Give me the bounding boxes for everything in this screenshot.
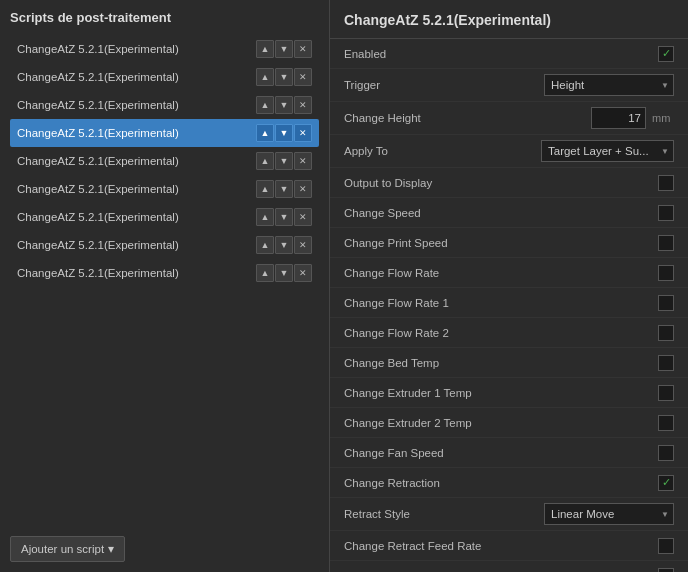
setting-row: Change Fan Speed [330,438,688,468]
move-up-button[interactable]: ▲ [256,208,274,226]
move-down-button[interactable]: ▼ [275,180,293,198]
move-down-button[interactable]: ▼ [275,68,293,86]
move-up-button[interactable]: ▲ [256,96,274,114]
script-item[interactable]: ChangeAtZ 5.2.1(Experimental)▲▼✕ [10,63,319,91]
number-input-change-height[interactable] [591,107,646,129]
setting-control [658,415,674,431]
script-item-label: ChangeAtZ 5.2.1(Experimental) [17,183,256,195]
setting-control [658,445,674,461]
script-item-controls: ▲▼✕ [256,208,312,226]
script-item-label: ChangeAtZ 5.2.1(Experimental) [17,239,256,251]
script-item[interactable]: ChangeAtZ 5.2.1(Experimental)▲▼✕ [10,91,319,119]
setting-label: Change Extruder 1 Temp [344,387,658,399]
move-up-button[interactable]: ▲ [256,180,274,198]
setting-row: Change Bed Temp [330,348,688,378]
setting-control [658,385,674,401]
move-down-button[interactable]: ▼ [275,40,293,58]
remove-button[interactable]: ✕ [294,124,312,142]
move-down-button[interactable]: ▼ [275,96,293,114]
setting-label: Change Fan Speed [344,447,658,459]
checkbox-change-flow-rate-1[interactable] [658,295,674,311]
remove-button[interactable]: ✕ [294,264,312,282]
remove-button[interactable]: ✕ [294,152,312,170]
move-down-button[interactable]: ▼ [275,152,293,170]
remove-button[interactable]: ✕ [294,96,312,114]
setting-control [658,538,674,554]
right-panel: ChangeAtZ 5.2.1(Experimental) EnabledTri… [330,0,688,572]
setting-control: Target Layer + Su...Target Layer Only [541,140,674,162]
move-up-button[interactable]: ▲ [256,264,274,282]
setting-label: Change Extruder 2 Temp [344,417,658,429]
checkbox-change-fan-speed[interactable] [658,445,674,461]
right-panel-title: ChangeAtZ 5.2.1(Experimental) [330,0,688,39]
script-item-label: ChangeAtZ 5.2.1(Experimental) [17,267,256,279]
setting-row: Change Flow Rate [330,258,688,288]
script-item[interactable]: ChangeAtZ 5.2.1(Experimental)▲▼✕ [10,35,319,63]
setting-label: Change Height [344,112,591,124]
checkbox-change-retract-feed-rate[interactable] [658,538,674,554]
checkbox-enabled[interactable] [658,46,674,62]
script-item[interactable]: ChangeAtZ 5.2.1(Experimental)▲▼✕ [10,119,319,147]
dropdown-retract-style[interactable]: Linear MoveFirmware [544,503,674,525]
checkbox-change-print-speed[interactable] [658,235,674,251]
setting-row: Change Extruder 2 Temp [330,408,688,438]
script-item[interactable]: ChangeAtZ 5.2.1(Experimental)▲▼✕ [10,259,319,287]
setting-row: Change Speed [330,198,688,228]
script-item[interactable]: ChangeAtZ 5.2.1(Experimental)▲▼✕ [10,203,319,231]
setting-control: mm [591,107,674,129]
checkbox-change-retraction[interactable] [658,475,674,491]
move-up-button[interactable]: ▲ [256,236,274,254]
checkbox-change-flow-rate-2[interactable] [658,325,674,341]
move-down-button[interactable]: ▼ [275,124,293,142]
remove-button[interactable]: ✕ [294,208,312,226]
remove-button[interactable]: ✕ [294,180,312,198]
dropdown-trigger[interactable]: HeightLayer [544,74,674,96]
remove-button[interactable]: ✕ [294,40,312,58]
script-item-controls: ▲▼✕ [256,236,312,254]
left-panel-title: Scripts de post-traitement [10,10,319,25]
dropdown-wrapper: Target Layer + Su...Target Layer Only [541,140,674,162]
move-up-button[interactable]: ▲ [256,124,274,142]
settings-scroll: EnabledTriggerHeightLayerChange Heightmm… [330,39,688,572]
setting-control [658,205,674,221]
setting-label: Change Flow Rate [344,267,658,279]
setting-control [658,175,674,191]
move-down-button[interactable]: ▼ [275,208,293,226]
setting-control [658,46,674,62]
script-item-controls: ▲▼✕ [256,40,312,58]
checkbox-output-to-display[interactable] [658,175,674,191]
script-item-label: ChangeAtZ 5.2.1(Experimental) [17,211,256,223]
setting-row: Change Print Speed [330,228,688,258]
dropdown-wrapper: Linear MoveFirmware [544,503,674,525]
move-up-button[interactable]: ▲ [256,152,274,170]
script-item[interactable]: ChangeAtZ 5.2.1(Experimental)▲▼✕ [10,175,319,203]
remove-button[interactable]: ✕ [294,236,312,254]
move-down-button[interactable]: ▼ [275,264,293,282]
move-up-button[interactable]: ▲ [256,40,274,58]
move-up-button[interactable]: ▲ [256,68,274,86]
setting-control [658,265,674,281]
add-script-button[interactable]: Ajouter un script ▾ [10,536,125,562]
setting-row: TriggerHeightLayer [330,69,688,102]
checkbox-change-extruder-2-temp[interactable] [658,415,674,431]
setting-control [658,475,674,491]
dropdown-apply-to[interactable]: Target Layer + Su...Target Layer Only [541,140,674,162]
script-item[interactable]: ChangeAtZ 5.2.1(Experimental)▲▼✕ [10,147,319,175]
setting-control: HeightLayer [544,74,674,96]
remove-button[interactable]: ✕ [294,68,312,86]
script-item[interactable]: ChangeAtZ 5.2.1(Experimental)▲▼✕ [10,231,319,259]
setting-row: Change Heightmm [330,102,688,135]
script-item-label: ChangeAtZ 5.2.1(Experimental) [17,99,256,111]
move-down-button[interactable]: ▼ [275,236,293,254]
checkbox-change-extruder-1-temp[interactable] [658,385,674,401]
checkbox-change-speed[interactable] [658,205,674,221]
setting-control: Linear MoveFirmware [544,503,674,525]
checkbox-change-flow-rate[interactable] [658,265,674,281]
unit-label: mm [652,112,674,124]
script-item-controls: ▲▼✕ [256,124,312,142]
checkbox-change-retract-length[interactable] [658,568,674,573]
setting-control [658,295,674,311]
setting-control [658,568,674,573]
checkbox-change-bed-temp[interactable] [658,355,674,371]
setting-row: Change Extruder 1 Temp [330,378,688,408]
